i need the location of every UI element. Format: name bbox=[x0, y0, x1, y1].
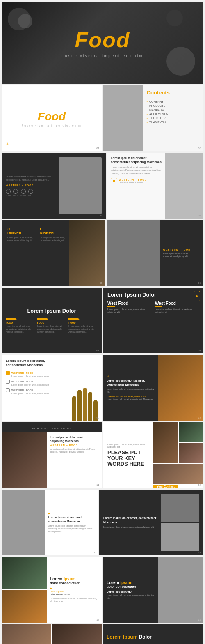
slide8-card-2: FOOD Lorem ipsum dolor sit amet, consect… bbox=[37, 318, 66, 334]
slide16-sub-highlight: Lorem ipsum bbox=[50, 590, 98, 593]
slide9-west1-body: Lorem ipsum dolor sit amet, consectetuer… bbox=[107, 308, 152, 314]
slide11-label: Lorem ipsum dolor amet, Maecenas bbox=[107, 395, 155, 398]
slide-1-hero: Food Fusce viverra imperdiet enim bbox=[2, 2, 203, 84]
dinner-icon-1: ◇ bbox=[7, 227, 35, 231]
slide17-photo bbox=[158, 557, 203, 623]
slide15-body: Lorem ipsum dolor sit amet, consectetuer… bbox=[103, 526, 161, 529]
slide-7: WESTERN - FOOD Lorem ipsum dolor sit ame… bbox=[107, 220, 203, 286]
slide3-item-2: PRODUCTS bbox=[147, 104, 200, 107]
icon-good-1: GOOD bbox=[6, 189, 11, 196]
slide11-num: 10 bbox=[198, 416, 201, 419]
slide18r-dolor: Dolor bbox=[139, 634, 152, 640]
slide11-body: Lorem ipsum dolor sit amet, consectetuer… bbox=[107, 388, 155, 393]
row-14-15: ◆ Lorem ipsum dolor amet, consectetuer M… bbox=[2, 490, 203, 555]
slide15-photos bbox=[161, 494, 199, 551]
slide-10: Lorem ipsum dolor amet, consectetuer Mae… bbox=[2, 355, 102, 421]
slide9-west1-title: West Food bbox=[107, 301, 152, 306]
slide5-icon-inner bbox=[113, 180, 115, 182]
slide13-num: 12 bbox=[198, 484, 201, 486]
slide13-photo-grid: Your Content bbox=[153, 422, 203, 488]
slide10-icon-2 bbox=[6, 380, 10, 384]
bar-orange-1 bbox=[6, 318, 15, 320]
slide15-inner: Lorem ipsum dolor amet, consectetuer Mae… bbox=[103, 494, 199, 551]
bar-arrow-1 bbox=[15, 318, 17, 320]
slide-18-left: Lorem ipsum dolor Lorem ipsum dolor sit … bbox=[2, 624, 102, 644]
slide-16: Lorem Ipsum dolor consectetuer ▶ Lorem i… bbox=[2, 557, 102, 623]
slide12-num: 11 bbox=[96, 484, 99, 486]
slide9-west2-title: West Food bbox=[155, 301, 199, 306]
slide8-title: Lorem Ipsum Dolor bbox=[27, 308, 76, 314]
slide10-body-2: Lorem ipsum dolor sit amet, consectetuer bbox=[6, 384, 57, 386]
slide9-num: 08 bbox=[198, 349, 201, 352]
icon-good-3: GOOD bbox=[20, 189, 25, 196]
row-18: Lorem ipsum dolor Lorem ipsum dolor sit … bbox=[2, 624, 203, 644]
slide5-heading: Lorem ipsum dolor amet,, consectetuer ad… bbox=[111, 156, 162, 164]
slide10-body-3: Lorem ipsum dolor sit amet, consectetuer bbox=[6, 392, 57, 395]
slide-13: Lorem ipsum dolor sit amet, consectetuer… bbox=[103, 422, 203, 488]
slide-8: Lorem Ipsum Dolor FOOD Lorem ipsum dolor… bbox=[2, 288, 102, 353]
slide10-item1-row: WESTERN - FOOD bbox=[6, 371, 57, 375]
slide16-num: 15 bbox=[96, 619, 99, 621]
slide7-num: 06 bbox=[198, 282, 201, 284]
slide8-card2-body: Lorem ipsum dolor sit amet, consectetuer… bbox=[37, 325, 66, 334]
slide8-card2-label: FOOD bbox=[37, 322, 66, 324]
slide3-content: Contents COMPANY PRODUCTS MEMBERS ACHIEV… bbox=[144, 85, 203, 151]
bar-arrow-2 bbox=[46, 318, 48, 320]
slide3-item-4: ACHIEVEMENT bbox=[147, 113, 200, 115]
slide3-num: 02 bbox=[198, 147, 201, 150]
slide16-text: Lorem Ipsum dolor consectetuer ▶ Lorem i… bbox=[47, 557, 102, 623]
slide12-section: FOR WESTERN FOOD bbox=[32, 427, 71, 430]
slide6-num: 05 bbox=[100, 282, 102, 284]
slide10-item-3: WESTERN - FOOD Lorem ipsum dolor sit ame… bbox=[6, 388, 57, 395]
slide8-card1-body: Lorem ipsum dolor sit amet, consectetuer… bbox=[6, 325, 35, 334]
row-10-11: Lorem ipsum dolor amet, consectetuer Mae… bbox=[2, 355, 203, 421]
slide10-heading: Lorem ipsum dolor amet, consectetuer Mae… bbox=[6, 359, 57, 368]
finger-3 bbox=[83, 388, 87, 421]
slide10-num: 09 bbox=[96, 416, 99, 419]
slide9-item-1: West Food Lorem ipsum dolor sit amet, co… bbox=[107, 301, 152, 314]
slide8-card-3: FOOD Lorem ipsum dolor sit amet, consect… bbox=[68, 318, 98, 334]
slide18r-title: Lorem Ipsum Dolor bbox=[107, 634, 200, 640]
slide9-bar-1 bbox=[107, 306, 115, 307]
slide9-items: West Food Lorem ipsum dolor sit amet, co… bbox=[107, 301, 199, 314]
slide10-deco bbox=[61, 355, 102, 421]
slide5-icon-row: WESTERN + FOOD Lorem ipsum dolor sit ame… bbox=[111, 178, 162, 184]
slide17-num: 16 bbox=[198, 619, 201, 621]
icon-label-1: GOOD bbox=[6, 194, 11, 196]
slide8-bar-3 bbox=[68, 318, 98, 320]
slide17-text: Lorem Ipsum dolor consectetuer Lorem ips… bbox=[103, 557, 158, 623]
slide4-body: Lorem ipsum dolor sit amet, consectetuer… bbox=[6, 175, 59, 182]
slide12-body: Lorem ipsum dolor sit amet, adipiscing e… bbox=[50, 448, 98, 453]
icon-circle-4 bbox=[28, 189, 33, 194]
grid-photo-1 bbox=[153, 422, 178, 463]
deco-plate bbox=[166, 47, 195, 76]
slide8-card1-label: FOOD bbox=[6, 322, 35, 324]
slide10-label-3: WESTERN - FOOD bbox=[11, 389, 33, 391]
bar-orange-3 bbox=[68, 318, 77, 320]
slide7-text: WESTERN - FOOD Lorem ipsum dolor sit ame… bbox=[160, 220, 203, 286]
finger-1 bbox=[72, 396, 76, 421]
slide18l-photos bbox=[2, 624, 102, 644]
slide-6: ◇ DINNER Lorem ipsum dolor sit amet, con… bbox=[2, 220, 105, 286]
slide16-heading: Lorem Ipsum bbox=[50, 577, 98, 581]
icon-label-3: GOOD bbox=[20, 194, 25, 196]
slide-2: Food Fusce viverra imperdiet enim + 01 bbox=[2, 85, 102, 151]
slide13-body: Lorem ipsum dolor sit amet, consectetuer… bbox=[107, 443, 149, 448]
slide5-num: 04 bbox=[198, 214, 201, 217]
slide-14: ◆ Lorem ipsum dolor amet, consectetuer M… bbox=[2, 490, 98, 555]
slide8-card3-body: Lorem ipsum dolor sit amet, consectetuer… bbox=[68, 325, 98, 334]
slide8-card3-label: FOOD bbox=[68, 322, 98, 324]
slide18r-divider bbox=[107, 642, 200, 642]
slide15-text: Lorem ipsum dolor amet, consectetuer Mae… bbox=[103, 494, 161, 551]
slide2-plus: + bbox=[6, 140, 9, 147]
slide7-photo bbox=[107, 220, 160, 286]
slide10-content: Lorem ipsum dolor amet, consectetuer Mae… bbox=[2, 355, 61, 421]
slide8-num: 07 bbox=[96, 349, 99, 352]
dinner-col-2: ♦ DINNER Lorem ipsum dolor sit amet, con… bbox=[37, 223, 70, 283]
icon-circle-3 bbox=[21, 189, 26, 194]
slide15-heading: Lorem ipsum dolor amet, consectetuer Mae… bbox=[103, 516, 161, 524]
grid-photo-2 bbox=[179, 422, 203, 442]
slide14-text: ◆ Lorem ipsum dolor amet, consectetuer M… bbox=[45, 490, 98, 555]
slide4-inner: Lorem ipsum dolor sit amet, consectetuer… bbox=[6, 157, 102, 214]
slide10-item-1: WESTERN - FOOD Lorem ipsum dolor sit ame… bbox=[6, 371, 57, 377]
